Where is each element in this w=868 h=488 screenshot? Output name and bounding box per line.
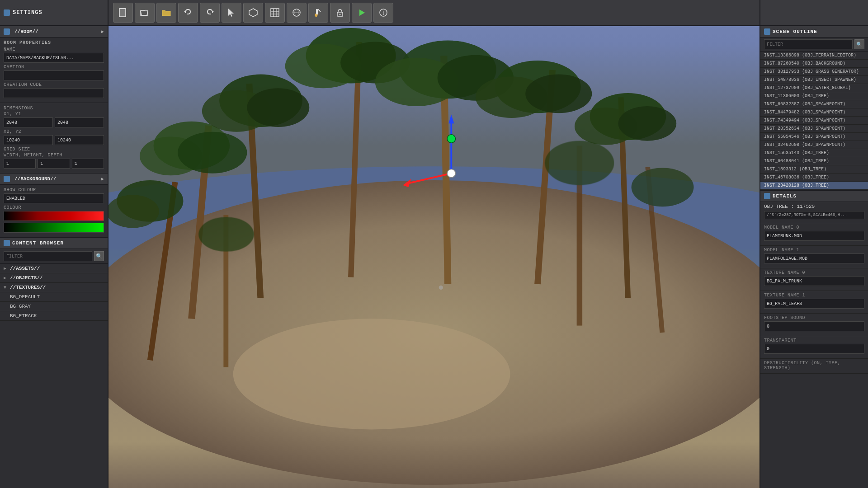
scene-item[interactable]: INST_13386898 (OBJ_TERRAIN_EDITOR) <box>760 52 868 60</box>
open-button[interactable] <box>135 3 155 23</box>
scene-item[interactable]: INST_1593312 (OBJ_TREE) <box>760 165 868 174</box>
scene-item[interactable]: INST_54878936 (OBJ_INSECT_SPAWNER) <box>760 76 868 84</box>
green-color-bar[interactable] <box>4 223 104 233</box>
svg-point-35 <box>247 88 309 127</box>
y2-input[interactable] <box>55 135 104 145</box>
svg-point-60 <box>545 141 614 185</box>
toolbar: i <box>108 0 760 25</box>
folder-button[interactable] <box>156 3 176 23</box>
footstep-sound-input[interactable] <box>764 321 864 331</box>
scene-item[interactable]: INST_84479482 (OBJ_SPAWNPOINT) <box>760 108 868 117</box>
details-destructibility-group: DESTRUCTIBILITY (ON, TYPE, STRENGTH) <box>760 359 868 374</box>
scene-item[interactable]: INST_74349494 (OBJ_SPAWNPOINT) <box>760 117 868 125</box>
svg-marker-5 <box>184 10 186 13</box>
model-name-1-input[interactable] <box>764 253 864 263</box>
svg-rect-17 <box>316 9 318 14</box>
content-browser-filter[interactable] <box>4 251 92 261</box>
content-browser: CONTENT BROWSER 🔍 ▶//ASSETS//▶//OBJECTS/… <box>0 238 108 488</box>
scene-item[interactable]: INST_87260540 (OBJ_BACKGROUND) <box>760 60 868 68</box>
scene-outline-search-button[interactable]: 🔍 <box>854 39 864 49</box>
details-texture1-group: TEXTURE NAME 1 <box>760 291 868 314</box>
creation-code-label: CREATION CODE <box>4 82 104 87</box>
scene-item[interactable]: INST_12737909 (OBJ_WATER_GLOBAL) <box>760 84 868 92</box>
room-section-header[interactable]: //ROOM// ▶ <box>0 26 108 38</box>
red-color-bar[interactable] <box>4 211 104 221</box>
tree-item-label: BG_GRAY <box>10 304 31 309</box>
scene-item[interactable]: INST_28352634 (OBJ_SPAWNPOINT) <box>760 125 868 133</box>
expand-arrow[interactable]: ▼ <box>4 285 10 290</box>
scene-item[interactable]: INST_23420128 (OBJ_TREE) <box>760 182 868 190</box>
scene-item[interactable]: INST_66832387 (OBJ_SPAWNPOINT) <box>760 100 868 108</box>
scene-item[interactable]: INST_46708036 (OBJ_TREE) <box>760 174 868 182</box>
settings-panel-header: SETTINGS <box>0 0 108 25</box>
tree-item[interactable]: BG_DEFAULT <box>0 292 108 302</box>
expand-arrow[interactable]: ▶ <box>4 266 10 271</box>
room-collapse-arrow[interactable]: ▶ <box>101 29 104 34</box>
scene-item[interactable]: INST_38127933 (OBJ_GRASS_GENERATOR) <box>760 68 868 76</box>
details-obj-name: OBJ_TREE : 117520 <box>764 204 864 209</box>
tree-item[interactable]: ▼//TEXTURES// <box>0 283 108 292</box>
undo-button[interactable] <box>178 3 198 23</box>
svg-line-18 <box>318 9 321 12</box>
tree-item[interactable]: BG_GRAY <box>0 302 108 311</box>
model-name-0-input[interactable] <box>764 231 864 241</box>
tree-item[interactable]: ▶//OBJECTS// <box>0 273 108 283</box>
top-bar: SETTINGS <box>0 0 868 26</box>
object-mode-button[interactable] <box>243 3 263 23</box>
texture-name-0-input[interactable] <box>764 276 864 286</box>
transparent-input[interactable] <box>764 344 864 354</box>
tree-item-label: BG_ETRACK <box>10 313 37 319</box>
select-button[interactable] <box>222 3 241 23</box>
details-obj-group: OBJ_TREE : 117520 /'S'/Z=287,ROTX=-5,SCA… <box>760 202 868 223</box>
grid-button[interactable] <box>265 3 285 23</box>
show-colour-input[interactable] <box>4 193 104 203</box>
scene-item[interactable]: INST_15635143 (OBJ_TREE) <box>760 149 868 157</box>
svg-point-66 <box>447 135 455 143</box>
lock-button[interactable] <box>330 3 350 23</box>
texture-name-1-label: TEXTURE NAME 1 <box>764 293 864 298</box>
svg-point-27 <box>233 319 510 429</box>
room-properties-group: ROOM PROPERTIES NAME CAPTION CREATION CO… <box>0 38 108 103</box>
expand-placeholder <box>4 314 10 319</box>
expand-arrow[interactable]: ▶ <box>4 275 10 281</box>
scene-outline-filter[interactable] <box>764 39 853 49</box>
name-label: NAME <box>4 47 104 52</box>
svg-point-56 <box>632 168 694 206</box>
scene-item[interactable]: INST_55054546 (OBJ_SPAWNPOINT) <box>760 133 868 141</box>
name-input[interactable] <box>4 53 104 63</box>
texture-name-1-input[interactable] <box>764 299 864 309</box>
scene-item[interactable]: INST_32462608 (OBJ_SPAWNPOINT) <box>760 141 868 149</box>
details-texture0-group: TEXTURE NAME 0 <box>760 268 868 291</box>
redo-button[interactable] <box>200 3 220 23</box>
height-input[interactable] <box>38 159 70 169</box>
scene-outline-header: SCENE OUTLINE <box>760 26 868 38</box>
x2-input[interactable] <box>4 135 53 145</box>
width-input[interactable] <box>4 159 36 169</box>
x1-input[interactable] <box>4 117 53 127</box>
content-browser-search-button[interactable]: 🔍 <box>94 251 104 261</box>
info-button[interactable]: i <box>373 3 393 23</box>
sphere-button[interactable] <box>287 3 307 23</box>
scene-item[interactable]: INST_11306003 (OBJ_TREE) <box>760 92 868 100</box>
tree-item[interactable]: ▶//ASSETS// <box>0 264 108 273</box>
model-name-1-label: MODEL NAME 1 <box>764 248 864 253</box>
play-button[interactable] <box>352 3 372 23</box>
details-icon <box>764 193 770 199</box>
tree-item-label: //ASSETS// <box>10 266 40 271</box>
tree-item[interactable]: BG_ETRACK <box>0 311 108 321</box>
depth-input[interactable] <box>72 159 104 169</box>
viewport[interactable] <box>108 26 760 488</box>
scene-item[interactable]: INST_60488041 (OBJ_TREE) <box>760 157 868 165</box>
whd-row <box>4 159 104 169</box>
paint-button[interactable] <box>308 3 328 23</box>
new-button[interactable] <box>113 3 133 23</box>
content-browser-header: CONTENT BROWSER <box>0 238 108 249</box>
room-section-label: //ROOM// <box>14 29 38 34</box>
y1-input[interactable] <box>55 117 104 127</box>
creation-code-input[interactable] <box>4 88 104 98</box>
bg-collapse-arrow[interactable]: ▶ <box>101 176 104 182</box>
svg-point-20 <box>340 14 341 15</box>
caption-input[interactable] <box>4 70 104 80</box>
background-section-header[interactable]: //BACKGROUND// ▶ <box>0 174 108 185</box>
room-section-icon <box>4 28 10 35</box>
